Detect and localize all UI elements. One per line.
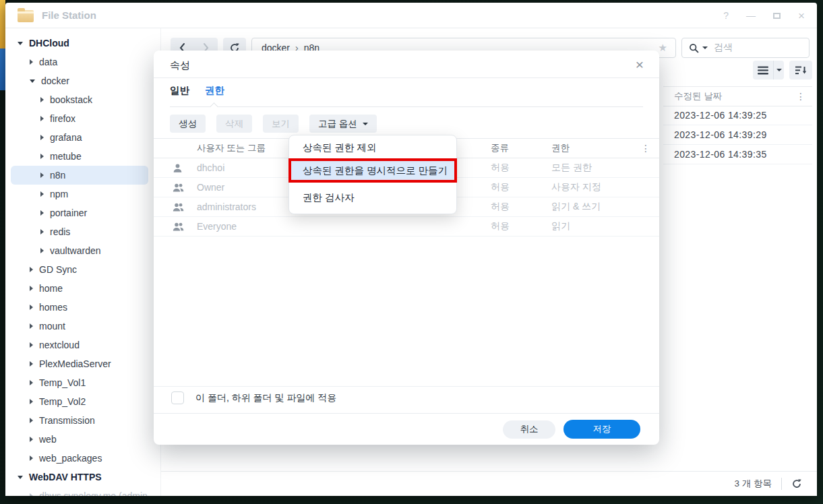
caret-collapsed-icon[interactable] bbox=[30, 399, 33, 404]
caret-collapsed-icon[interactable] bbox=[30, 437, 33, 442]
sidebar-item-webdav-https[interactable]: WebDAV HTTPS bbox=[11, 468, 148, 486]
help-icon[interactable]: ? bbox=[723, 11, 729, 20]
sidebar-item-gd-sync[interactable]: GD Sync bbox=[11, 260, 148, 279]
column-menu-kebab-icon[interactable]: ⋮ bbox=[796, 91, 805, 102]
file-row[interactable]: 2023-12-06 14:39:25 bbox=[663, 106, 812, 125]
sidebar-item-dhcloud[interactable]: DHCloud bbox=[11, 34, 148, 53]
sidebar-item-n8n[interactable]: n8n bbox=[11, 166, 148, 185]
caret-collapsed-icon[interactable] bbox=[40, 116, 44, 121]
sidebar-folder-tree: DHCloud data docker bookstack firefox gr… bbox=[5, 28, 160, 496]
table-row[interactable]: Everyone 허용 읽기 bbox=[154, 217, 659, 237]
folder-app-icon bbox=[18, 10, 34, 22]
caret-collapsed-icon[interactable] bbox=[40, 210, 44, 216]
caret-collapsed-icon[interactable] bbox=[30, 455, 33, 461]
create-button[interactable]: 생성 bbox=[170, 115, 206, 133]
menu-item-make-inherited-explicit[interactable]: 상속된 권한을 명시적으로 만들기 bbox=[291, 161, 454, 180]
column-header-type[interactable]: 종류 bbox=[491, 142, 551, 154]
caret-collapsed-icon[interactable] bbox=[30, 323, 33, 329]
sidebar-item-vaultwarden[interactable]: vaultwarden bbox=[11, 241, 148, 260]
column-menu-kebab-icon[interactable]: ⋮ bbox=[632, 143, 659, 154]
dialog-close-icon[interactable]: × bbox=[630, 55, 650, 75]
sidebar-item-grafana[interactable]: grafana bbox=[11, 128, 148, 147]
sidebar-item-homes[interactable]: homes bbox=[11, 298, 148, 317]
sidebar-item-home[interactable]: home bbox=[11, 279, 148, 298]
caret-collapsed-icon[interactable] bbox=[30, 305, 33, 310]
caret-collapsed-icon[interactable] bbox=[40, 191, 44, 197]
delete-button[interactable]: 삭제 bbox=[216, 115, 252, 133]
caret-expanded-icon[interactable] bbox=[18, 476, 23, 479]
caret-collapsed-icon[interactable] bbox=[40, 97, 44, 102]
sidebar-item-bookstack[interactable]: bookstack bbox=[11, 90, 148, 109]
sidebar-item-web-packages[interactable]: web_packages bbox=[11, 449, 148, 468]
annotation-highlight-box: 상속된 권한을 명시적으로 만들기 bbox=[288, 158, 457, 183]
permission-toolbar: 생성 삭제 보기 고급 옵션 bbox=[170, 115, 377, 133]
sidebar-item-portainer[interactable]: portainer bbox=[11, 203, 148, 222]
file-station-window: File Station ? — × DHCloud data docker b… bbox=[5, 3, 817, 496]
sidebar-item-npm[interactable]: npm bbox=[11, 185, 148, 203]
sidebar-item-mount[interactable]: mount bbox=[11, 317, 148, 336]
maximize-icon[interactable] bbox=[773, 13, 781, 19]
sidebar-item-metube[interactable]: metube bbox=[11, 147, 148, 166]
sidebar-item-firefox[interactable]: firefox bbox=[11, 109, 148, 128]
caret-collapsed-icon[interactable] bbox=[40, 229, 44, 234]
cancel-button[interactable]: 취소 bbox=[503, 420, 555, 439]
column-header-permission[interactable]: 권한 bbox=[551, 142, 632, 154]
caret-collapsed-icon[interactable] bbox=[40, 172, 44, 178]
group-icon bbox=[154, 222, 191, 232]
sort-icon bbox=[795, 66, 807, 75]
user-icon bbox=[154, 163, 191, 173]
caret-expanded-icon[interactable] bbox=[30, 80, 35, 83]
caret-expanded-icon[interactable] bbox=[18, 42, 23, 45]
caret-collapsed-icon[interactable] bbox=[30, 59, 33, 65]
titlebar: File Station ? — × bbox=[5, 3, 817, 28]
minimize-icon[interactable]: — bbox=[746, 11, 756, 20]
tab-general[interactable]: 일반 bbox=[170, 84, 189, 97]
dialog-tabs: 일반 권한 bbox=[170, 84, 224, 97]
favorite-star-icon[interactable]: ★ bbox=[659, 42, 667, 54]
caret-collapsed-icon[interactable] bbox=[30, 380, 33, 385]
sidebar-item-web[interactable]: web bbox=[11, 430, 148, 449]
caret-collapsed-icon[interactable] bbox=[30, 342, 33, 348]
sidebar-item-temp-vol2[interactable]: Temp_Vol2 bbox=[11, 392, 148, 411]
column-header-modified-date[interactable]: 수정된 날짜 bbox=[674, 90, 722, 102]
view-mode-caret-icon[interactable] bbox=[773, 61, 784, 80]
menu-item-permission-inspector[interactable]: 권한 검사자 bbox=[289, 187, 456, 208]
close-icon[interactable]: × bbox=[798, 10, 805, 22]
tab-permission[interactable]: 권한 bbox=[205, 84, 224, 97]
sidebar-item-data[interactable]: data bbox=[11, 53, 148, 71]
sidebar-item-transmission[interactable]: Transmission bbox=[11, 411, 148, 430]
sidebar-item-docker[interactable]: docker bbox=[11, 71, 148, 90]
desktop-background: File Station ? — × DHCloud data docker b… bbox=[0, 0, 823, 504]
caret-collapsed-icon[interactable] bbox=[30, 267, 33, 272]
view-button[interactable]: 보기 bbox=[263, 115, 299, 133]
sidebar-item-plexmediaserver[interactable]: PlexMediaServer bbox=[11, 354, 148, 373]
sidebar-item-redis[interactable]: redis bbox=[11, 222, 148, 241]
file-row[interactable]: 2023-12-06 14:39:29 bbox=[663, 125, 812, 145]
save-button[interactable]: 저장 bbox=[563, 420, 640, 439]
menu-item-exclude-inherited[interactable]: 상속된 권한 제외 bbox=[289, 137, 456, 158]
group-icon bbox=[154, 183, 191, 193]
sidebar-item-dhws-synology-me[interactable]: dhws.synology.me (admin bbox=[11, 486, 148, 496]
search-input[interactable]: 검색 bbox=[681, 38, 810, 58]
search-options-caret-icon[interactable] bbox=[702, 46, 708, 49]
view-mode-button[interactable] bbox=[753, 61, 784, 80]
caret-collapsed-icon[interactable] bbox=[40, 154, 44, 159]
caret-collapsed-icon[interactable] bbox=[30, 361, 33, 367]
statusbar-divider bbox=[781, 478, 782, 490]
caret-collapsed-icon[interactable] bbox=[40, 248, 44, 253]
apply-checkbox[interactable] bbox=[171, 391, 184, 404]
caret-collapsed-icon[interactable] bbox=[30, 493, 33, 496]
caret-collapsed-icon[interactable] bbox=[30, 286, 33, 291]
caret-collapsed-icon[interactable] bbox=[30, 418, 33, 423]
advanced-options-button[interactable]: 고급 옵션 bbox=[309, 115, 377, 133]
file-list-header: 수정된 날짜 ⋮ bbox=[663, 86, 812, 106]
sidebar-item-temp-vol1[interactable]: Temp_Vol1 bbox=[11, 373, 148, 392]
caret-collapsed-icon[interactable] bbox=[40, 135, 44, 140]
search-icon bbox=[689, 43, 699, 53]
sort-button[interactable] bbox=[789, 61, 812, 80]
refresh-icon[interactable] bbox=[791, 478, 802, 489]
sidebar-item-nextcloud[interactable]: nextcloud bbox=[11, 336, 148, 354]
file-row[interactable]: 2023-12-06 14:39:35 bbox=[663, 145, 812, 164]
active-tab-notch bbox=[210, 102, 218, 111]
apply-to-children-row: 이 폴더, 하위 폴더 및 파일에 적용 bbox=[171, 391, 336, 404]
